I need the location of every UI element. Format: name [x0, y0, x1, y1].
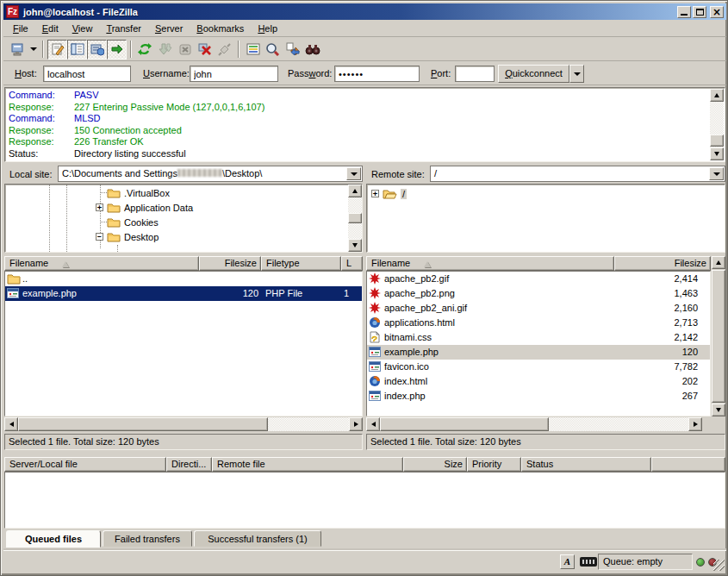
transfer-type-indicator[interactable]: A	[560, 554, 575, 569]
menu-bookmarks[interactable]: Bookmarks	[190, 22, 251, 35]
scrollbar-thumb[interactable]	[380, 417, 549, 431]
resize-grip[interactable]	[713, 560, 725, 571]
scroll-down-button[interactable]	[710, 147, 724, 160]
column-header-filename[interactable]: Filename	[366, 256, 614, 271]
toolbar-separator	[238, 41, 240, 58]
scrollbar-thumb[interactable]	[18, 417, 268, 431]
file-row-applications-html[interactable]: applications.html2,713	[367, 316, 710, 330]
file-row-favicon-ico[interactable]: favicon.ico7,782	[367, 360, 710, 374]
column-header-remote-file[interactable]: Remote file	[212, 457, 403, 472]
speed-limits-icon[interactable]	[580, 557, 597, 567]
remote-site-dropdown[interactable]	[709, 167, 724, 180]
column-header-priority[interactable]: Priority	[467, 457, 521, 472]
tree-item-virtualbox[interactable]: .VirtualBox	[107, 185, 170, 200]
file-row-bitnami-css[interactable]: bitnami.css2,142	[367, 330, 710, 345]
menu-file[interactable]: File	[6, 22, 35, 35]
password-input[interactable]	[334, 66, 420, 82]
file-row-example-php[interactable]: example.php120	[367, 345, 710, 360]
quickconnect-button[interactable]: Quickconnect	[498, 65, 569, 83]
log-scrollbar[interactable]	[710, 89, 724, 160]
menu-view[interactable]: View	[65, 22, 100, 35]
scroll-up-button[interactable]	[348, 185, 362, 197]
local-site-combobox[interactable]: C:\Documents and Settings\Desktop\	[58, 166, 363, 182]
file-row-apache-pb2-gif[interactable]: apache_pb2.gif2,414	[367, 272, 710, 286]
scroll-right-button[interactable]	[688, 417, 702, 431]
queue-list-area[interactable]	[4, 472, 725, 529]
scroll-up-button[interactable]	[712, 256, 725, 269]
local-site-dropdown[interactable]	[346, 167, 361, 180]
scrollbar-thumb[interactable]	[712, 270, 725, 403]
toggle-transfer-queue-button[interactable]	[107, 40, 127, 59]
php-file-icon	[369, 390, 381, 402]
scrollbar-thumb[interactable]	[710, 135, 724, 147]
close-button[interactable]: ×	[710, 6, 724, 18]
scroll-left-button[interactable]	[4, 417, 18, 431]
column-header-filesize[interactable]: Filesize	[614, 256, 711, 271]
scroll-down-button[interactable]	[348, 239, 362, 252]
maximize-button[interactable]	[693, 6, 706, 18]
column-header-filetype[interactable]: Filetype	[261, 256, 341, 271]
tab-successful-transfers[interactable]: Successful transfers (1)	[194, 530, 321, 547]
tree-item-cookies[interactable]: Cookies	[107, 215, 159, 229]
tree-guide-line	[117, 245, 118, 252]
remote-horizontal-scrollbar[interactable]	[366, 417, 702, 431]
menu-transfer[interactable]: Transfer	[99, 22, 148, 35]
local-horizontal-scrollbar[interactable]	[4, 417, 363, 431]
menu-server[interactable]: Server	[148, 22, 190, 35]
column-header-direction[interactable]: Directi...	[166, 457, 212, 472]
column-header-filesize[interactable]: Filesize	[199, 256, 261, 271]
menu-help[interactable]: Help	[251, 22, 284, 35]
quickconnect-dropdown[interactable]	[569, 65, 584, 83]
minimize-button[interactable]	[677, 6, 691, 18]
message-log-content[interactable]: Command:PASV Response:227 Entering Passi…	[5, 88, 725, 161]
file-search-button[interactable]	[263, 40, 283, 59]
tree-item-desktop[interactable]: Desktop	[107, 229, 159, 244]
reconnect-button[interactable]	[215, 40, 234, 59]
disconnect-button[interactable]	[195, 40, 215, 59]
expand-icon[interactable]	[371, 190, 379, 197]
site-manager-button[interactable]	[8, 40, 28, 59]
column-header-status[interactable]: Status	[521, 457, 651, 472]
synchronized-browsing-button[interactable]	[283, 40, 302, 59]
refresh-button[interactable]	[135, 40, 155, 59]
toggle-remote-tree-button[interactable]	[87, 40, 107, 59]
maximize-icon	[696, 9, 704, 16]
file-row-parent-dir[interactable]: ..	[5, 272, 362, 286]
tab-failed-transfers[interactable]: Failed transfers	[103, 530, 192, 547]
file-row-index-php[interactable]: index.php267	[367, 389, 710, 404]
local-tree-scrollbar[interactable]	[348, 185, 362, 252]
process-queue-button[interactable]	[155, 40, 175, 59]
expand-icon[interactable]	[96, 203, 103, 211]
column-header-server-local-file[interactable]: Server/Local file	[4, 457, 166, 472]
tree-item-root[interactable]: /	[371, 186, 407, 201]
chevron-down-icon	[30, 47, 37, 51]
scroll-right-button[interactable]	[349, 417, 363, 431]
site-manager-dropdown[interactable]	[28, 40, 39, 59]
toggle-message-log-button[interactable]	[47, 40, 67, 59]
scroll-left-button[interactable]	[366, 417, 380, 431]
username-input[interactable]	[190, 66, 278, 82]
tree-guide-line	[49, 185, 50, 252]
column-header-size[interactable]: Size	[403, 457, 467, 472]
tab-queued-files[interactable]: Queued files	[6, 530, 101, 548]
tree-item-application-data[interactable]: Application Data	[107, 200, 193, 215]
remote-list-scrollbar[interactable]	[712, 256, 725, 416]
toggle-local-tree-button[interactable]	[67, 40, 87, 59]
port-input[interactable]	[455, 66, 495, 82]
host-input[interactable]	[43, 66, 131, 82]
directory-comparison-button[interactable]	[302, 40, 322, 59]
file-row-apache-pb2-ani-gif[interactable]: apache_pb2_ani.gif2,160	[367, 301, 710, 316]
scroll-up-button[interactable]	[710, 89, 724, 102]
column-header-filename[interactable]: Filename	[4, 256, 199, 271]
cancel-operation-button[interactable]	[175, 40, 195, 59]
file-row-index-html[interactable]: index.html202	[367, 374, 710, 389]
menu-edit[interactable]: Edit	[35, 22, 65, 35]
scrollbar-thumb[interactable]	[348, 213, 362, 223]
file-row-apache-pb2-png[interactable]: apache_pb2.png1,463	[367, 286, 710, 301]
collapse-icon[interactable]	[96, 233, 103, 241]
directory-listing-filters-button[interactable]	[243, 40, 263, 59]
scroll-down-button[interactable]	[712, 404, 725, 416]
column-header-lastmodified[interactable]: L	[341, 256, 363, 271]
file-row-example-php[interactable]: example.php 120 PHP File 1	[5, 286, 362, 301]
remote-site-combobox[interactable]: /	[430, 166, 725, 182]
